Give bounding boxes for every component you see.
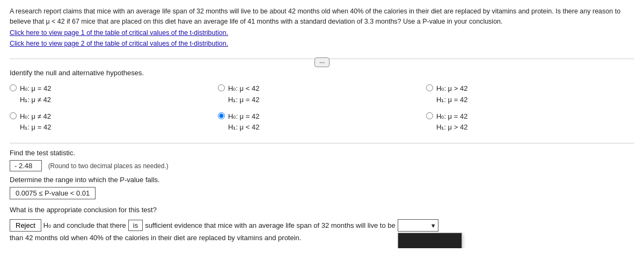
hypothesis-h0-C: H₀: μ > 42 (436, 83, 467, 95)
middle-text: sufficient evidence that mice with an av… (145, 221, 396, 229)
hypothesis-option-E[interactable]: H₀: μ = 42H₁: μ < 42 (218, 111, 426, 134)
link-page2[interactable]: Click here to view page 2 of the table o… (10, 39, 632, 49)
dropdown-menu[interactable]: lessgreater (398, 233, 462, 248)
hypothesis-radio-C[interactable] (426, 84, 433, 91)
hypothesis-h0-F: H₀: μ = 42 (436, 111, 467, 122)
test-stat-value[interactable]: - 2.48 (10, 160, 42, 171)
hypothesis-text-D: H₀: μ ≠ 42H₁: μ = 42 (20, 111, 51, 134)
link-page1[interactable]: Click here to view page 1 of the table o… (10, 28, 632, 38)
intro-text: A research report claims that mice with … (10, 8, 620, 25)
ellipsis-button[interactable]: ··· (314, 57, 330, 67)
pvalue-section: Determine the range into which the P-val… (10, 176, 634, 199)
comparison-dropdown[interactable]: lessgreater (398, 219, 438, 232)
conclusion-question: What is the appropriate conclusion for t… (10, 206, 634, 214)
dropdown-wrapper[interactable]: lessgreater ▼ lessgreater (398, 219, 438, 232)
hypothesis-option-D[interactable]: H₀: μ ≠ 42H₁: μ = 42 (10, 111, 218, 134)
hypothesis-radio-A[interactable] (10, 84, 17, 91)
hypothesis-radio-D[interactable] (10, 112, 17, 119)
hypothesis-h1-F: H₁: μ > 42 (436, 122, 467, 133)
hypothesis-h1-B: H₁: μ = 42 (228, 95, 259, 106)
hypothesis-text-C: H₀: μ > 42H₁: μ = 42 (436, 83, 467, 106)
hypotheses-grid: H₀: μ = 42H₁: μ ≠ 42H₀: μ < 42H₁: μ = 42… (10, 83, 634, 133)
hypothesis-h0-D: H₀: μ ≠ 42 (20, 111, 51, 122)
hypothesis-radio-B[interactable] (218, 84, 225, 91)
hypothesis-h0-E: H₀: μ = 42 (228, 111, 259, 122)
hypothesis-text-B: H₀: μ < 42H₁: μ = 42 (228, 83, 259, 106)
hypothesis-h1-A: H₁: μ ≠ 42 (20, 95, 51, 106)
hypothesis-h1-D: H₁: μ = 42 (20, 122, 51, 133)
hypothesis-option-F[interactable]: H₀: μ = 42H₁: μ > 42 (426, 111, 634, 134)
reject-button[interactable]: Reject (10, 219, 41, 232)
hypothesis-option-A[interactable]: H₀: μ = 42H₁: μ ≠ 42 (10, 83, 218, 106)
conclusion-row: Reject H₀ and conclude that there is suf… (10, 219, 634, 242)
hypothesis-radio-E[interactable] (218, 112, 225, 119)
hypothesis-h0-A: H₀: μ = 42 (20, 83, 51, 95)
test-stat-note: (Round to two decimal places as needed.) (48, 162, 169, 170)
hypothesis-text-A: H₀: μ = 42H₁: μ ≠ 42 (20, 83, 51, 106)
hypotheses-section-label: Identify the null and alternative hypoth… (10, 69, 634, 77)
pvalue-value: 0.0075 ≤ P-value < 0.01 (10, 187, 96, 199)
hypothesis-text-E: H₀: μ = 42H₁: μ < 42 (228, 111, 259, 134)
pvalue-label: Determine the range into which the P-val… (10, 176, 634, 184)
test-stat-label: Find the test statistic. (10, 149, 634, 157)
hypothesis-radio-F[interactable] (426, 112, 433, 119)
end-text: than 42 months old when 40% of the calor… (10, 234, 301, 242)
h0-text: H₀ and conclude that there (43, 221, 126, 229)
dropdown-selected-display (398, 233, 462, 248)
is-box[interactable]: is (128, 220, 143, 231)
hypothesis-h1-E: H₁: μ < 42 (228, 122, 259, 133)
hypothesis-text-F: H₀: μ = 42H₁: μ > 42 (436, 111, 467, 134)
hypothesis-h0-B: H₀: μ < 42 (228, 83, 259, 95)
hypothesis-option-C[interactable]: H₀: μ > 42H₁: μ = 42 (426, 83, 634, 106)
hypothesis-option-B[interactable]: H₀: μ < 42H₁: μ = 42 (218, 83, 426, 106)
test-stat-section: Find the test statistic. - 2.48 (Round t… (10, 149, 634, 171)
intro-paragraph: A research report claims that mice with … (10, 6, 632, 49)
hypothesis-h1-C: H₁: μ = 42 (436, 95, 467, 106)
